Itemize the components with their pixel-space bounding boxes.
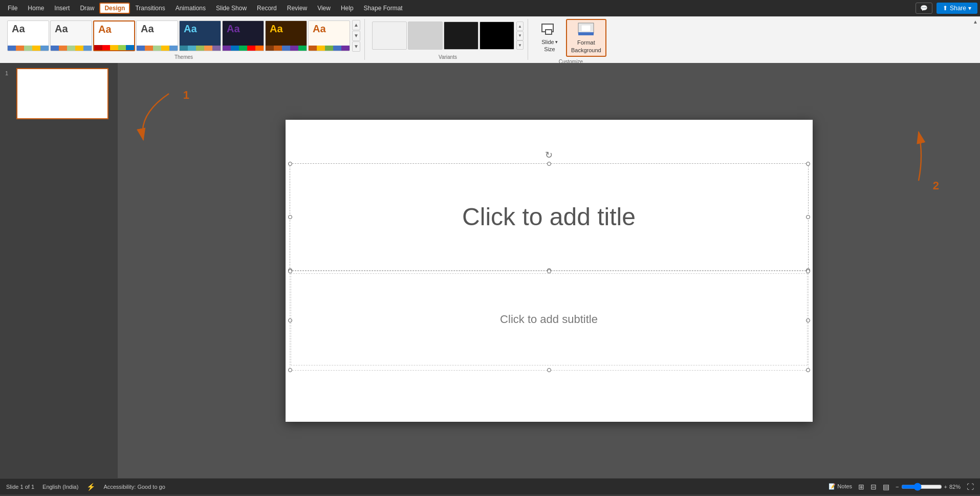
menu-right: 💬 ⬆ Share ▾ bbox=[916, 3, 977, 14]
variants-section: ▲ ▼ ▼ Variants bbox=[368, 19, 528, 60]
format-background-button[interactable]: Format Background bbox=[566, 19, 606, 57]
accessibility-status: Accessibility: Good to go bbox=[103, 484, 165, 490]
menu-insert[interactable]: Insert bbox=[49, 3, 75, 14]
subtitle-placeholder[interactable]: Click to add subtitle bbox=[291, 273, 808, 365]
handle-bm[interactable] bbox=[547, 268, 551, 272]
menu-shape-format[interactable]: Shape Format bbox=[359, 3, 408, 14]
themes-section: Aa Aa Aa bbox=[4, 19, 365, 60]
rotate-handle: ↻ bbox=[545, 149, 553, 161]
variants-label: Variants bbox=[372, 54, 524, 60]
share-button[interactable]: ⬆ Share ▾ bbox=[937, 3, 977, 14]
ribbon: File Home Insert Draw Design Transitions… bbox=[0, 0, 980, 63]
slide-info: Slide 1 of 1 bbox=[6, 484, 34, 490]
zoom-out-button[interactable]: − bbox=[896, 484, 899, 490]
menu-view[interactable]: View bbox=[312, 3, 336, 14]
comments-button[interactable]: 💬 bbox=[916, 3, 932, 14]
menu-review[interactable]: Review bbox=[282, 3, 312, 14]
slide-size-label: Slide bbox=[541, 39, 554, 45]
variants-row: ▲ ▼ ▼ bbox=[372, 19, 524, 52]
sub-handle-br[interactable] bbox=[806, 368, 810, 372]
sub-handle-tm[interactable] bbox=[547, 269, 551, 273]
theme-8[interactable]: Aa bbox=[308, 20, 350, 51]
status-bar: Slide 1 of 1 English (India) ⚡ Accessibi… bbox=[0, 478, 980, 494]
slides-panel: 1 bbox=[0, 63, 118, 478]
slide-size-button[interactable]: Slide ▾ Size bbox=[535, 21, 564, 54]
slide-size-sublabel: Size bbox=[544, 46, 555, 52]
themes-label: Themes bbox=[7, 54, 360, 60]
reading-view-button[interactable]: ▤ bbox=[883, 483, 889, 491]
theme-default-1[interactable]: Aa bbox=[7, 20, 49, 51]
menu-draw[interactable]: Draw bbox=[75, 3, 99, 14]
themes-more[interactable]: ▼ bbox=[352, 41, 360, 52]
handle-tl[interactable] bbox=[288, 162, 292, 166]
variant-1[interactable] bbox=[372, 21, 407, 50]
theme-7[interactable]: Aa bbox=[265, 20, 307, 51]
slide-thumb-image-1[interactable] bbox=[16, 68, 108, 119]
variants-more[interactable]: ▼ bbox=[516, 40, 524, 50]
handle-bl[interactable] bbox=[288, 268, 292, 272]
handle-br[interactable] bbox=[806, 268, 810, 272]
slide-sorter-button[interactable]: ⊟ bbox=[870, 483, 877, 491]
variant-2[interactable] bbox=[408, 21, 443, 50]
themes-row: Aa Aa Aa bbox=[7, 19, 360, 52]
annotation-label-2: 2 bbox=[933, 179, 939, 192]
ribbon-content: Aa Aa Aa bbox=[0, 16, 980, 63]
theme-default-2[interactable]: Aa bbox=[50, 20, 92, 51]
svg-rect-4 bbox=[581, 25, 591, 31]
sub-handle-bm[interactable] bbox=[547, 368, 551, 372]
share-chevron: ▾ bbox=[968, 5, 971, 12]
themes-scroll-up[interactable]: ▲ bbox=[352, 20, 360, 30]
annotation-label-1: 1 bbox=[183, 89, 189, 102]
zoom-controls: − + 82% bbox=[896, 483, 961, 491]
title-text: Click to add title bbox=[462, 203, 636, 231]
sub-handle-tr[interactable] bbox=[806, 269, 810, 273]
menu-animations[interactable]: Animations bbox=[170, 3, 211, 14]
menu-bar: File Home Insert Draw Design Transitions… bbox=[0, 0, 980, 16]
theme-6[interactable]: Aa bbox=[222, 20, 264, 51]
menu-slideshow[interactable]: Slide Show bbox=[211, 3, 252, 14]
customize-section: Slide ▾ Size Format Backgr bbox=[531, 19, 611, 60]
subtitle-text: Click to add subtitle bbox=[500, 313, 598, 326]
slide-thumbnail-1: 1 bbox=[5, 68, 113, 119]
menu-help[interactable]: Help bbox=[336, 3, 359, 14]
variant-3[interactable] bbox=[444, 21, 478, 50]
slide-size-icon bbox=[541, 24, 558, 38]
menu-record[interactable]: Record bbox=[252, 3, 282, 14]
menu-home[interactable]: Home bbox=[23, 3, 49, 14]
format-bg-label-1: Format bbox=[577, 39, 595, 46]
theme-4[interactable]: Aa bbox=[136, 20, 178, 51]
slide-canvas[interactable]: ↻ Click to add title bbox=[286, 120, 813, 422]
accessibility-icon: ⚡ bbox=[86, 483, 95, 491]
themes-scroll-down[interactable]: ▼ bbox=[352, 31, 360, 41]
fit-to-window-button[interactable]: ⛶ bbox=[967, 483, 974, 491]
normal-view-button[interactable]: ⊞ bbox=[858, 483, 864, 491]
variant-4[interactable] bbox=[480, 21, 514, 50]
share-icon: ⬆ bbox=[943, 5, 948, 12]
annotation-1: 1 bbox=[128, 89, 189, 152]
share-label: Share bbox=[950, 5, 966, 12]
variants-scroll-down[interactable]: ▼ bbox=[516, 31, 524, 40]
status-right: 📝 Notes ⊞ ⊟ ▤ − + 82% ⛶ bbox=[829, 483, 974, 491]
zoom-in-button[interactable]: + bbox=[944, 484, 947, 490]
title-placeholder[interactable]: Click to add title bbox=[291, 166, 808, 268]
zoom-level: 82% bbox=[949, 484, 961, 490]
variants-scroll-up[interactable]: ▲ bbox=[516, 21, 524, 31]
theme-5[interactable]: Aa bbox=[179, 20, 221, 51]
notes-button[interactable]: 📝 Notes bbox=[829, 483, 852, 490]
sub-handle-tl[interactable] bbox=[288, 269, 292, 273]
handle-tr[interactable] bbox=[806, 162, 810, 166]
ribbon-collapse-button[interactable]: ▲ bbox=[973, 19, 978, 25]
svg-rect-3 bbox=[578, 32, 594, 35]
main-canvas-area: 1 2 ↻ bbox=[118, 63, 980, 478]
menu-design[interactable]: Design bbox=[99, 3, 130, 14]
language-indicator: English (India) bbox=[42, 484, 78, 490]
menu-transitions[interactable]: Transitions bbox=[130, 3, 170, 14]
sub-handle-bl[interactable] bbox=[288, 368, 292, 372]
zoom-slider[interactable] bbox=[901, 483, 942, 491]
theme-active[interactable]: Aa bbox=[93, 20, 135, 51]
app-body: 1 1 bbox=[0, 63, 980, 478]
menu-file[interactable]: File bbox=[3, 3, 23, 14]
slide-number-1: 1 bbox=[5, 70, 13, 76]
handle-tm[interactable] bbox=[547, 162, 551, 166]
svg-rect-1 bbox=[546, 30, 552, 34]
